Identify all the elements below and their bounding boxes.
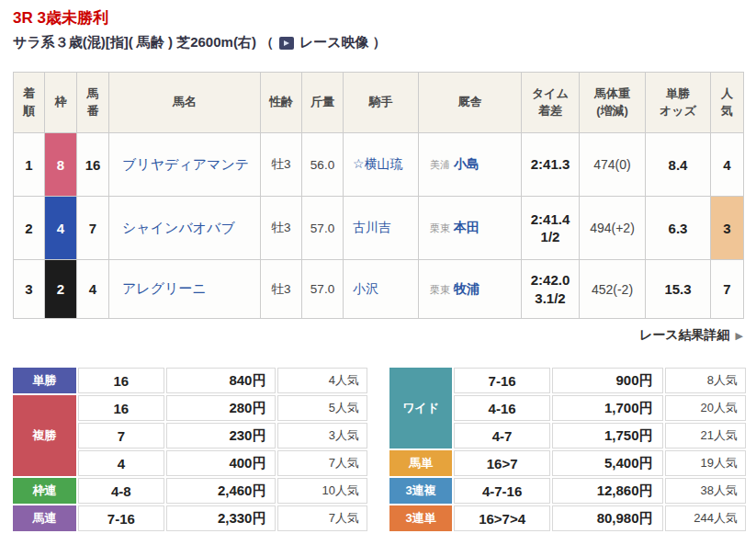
payout-combination: 4-7-16 (454, 478, 550, 504)
bet-type-bracket-quinella: 枠連 (13, 478, 76, 504)
payout-popularity: 38人気 (665, 478, 746, 504)
bet-type-trifecta: 3連単 (389, 505, 452, 531)
payout-row-exacta: 馬単 16>7 5,400円 19人気 (389, 450, 746, 476)
payout-combination: 4-16 (454, 395, 550, 421)
result-row-1: 1 8 16 ブリヤディアマンテ 牡3 56.0 ☆横山琉 美浦小島 2:41.… (14, 133, 744, 197)
race-title: 3R 3歳未勝利 (13, 7, 108, 28)
payout-popularity: 19人気 (665, 450, 746, 476)
col-finish-position: 着 順 (14, 73, 45, 133)
horse-weight: 494(+2) (580, 197, 646, 260)
weight-carried: 57.0 (302, 197, 344, 260)
horse-number: 4 (77, 260, 109, 319)
race-result-page: 3R 3歳未勝利 サラ系３歳(混)[指]( 馬齢 ) 芝2600m(右) （ レ… (0, 0, 756, 545)
payout-popularity: 4人気 (277, 368, 367, 393)
race-results-table: 着 順 枠 馬 番 馬名 性齢 斤量 騎手 厩舎 タイム 着差 馬体重 (増減)… (13, 72, 744, 319)
payout-amount: 80,980円 (552, 505, 663, 531)
payout-amount: 900円 (552, 368, 663, 393)
payout-combination: 4-8 (78, 478, 164, 504)
horse-weight: 452(-2) (580, 260, 646, 319)
payout-combination: 4 (78, 450, 164, 476)
payout-popularity: 3人気 (277, 423, 367, 448)
stable-cell: 栗東本田 (419, 197, 522, 260)
payout-combination: 4-7 (454, 423, 550, 448)
weight-carried: 57.0 (302, 260, 344, 319)
results-header-row: 着 順 枠 馬 番 馬名 性齢 斤量 騎手 厩舎 タイム 着差 馬体重 (増減)… (14, 73, 744, 133)
payout-amount: 230円 (166, 423, 276, 448)
payout-row-wide-1: ワイド 7-16 900円 8人気 (389, 368, 746, 393)
payout-amount: 1,700円 (552, 395, 663, 421)
col-sex-age: 性齢 (261, 73, 302, 133)
payout-popularity: 21人気 (665, 423, 746, 448)
trainer-link[interactable]: 牧浦 (454, 281, 480, 296)
payout-amount: 400円 (166, 450, 276, 476)
win-odds: 6.3 (646, 197, 711, 260)
payout-row-trifecta: 3連単 16>7>4 80,980円 244人気 (389, 505, 746, 531)
payout-combination: 16 (78, 395, 164, 421)
col-weight-carried: 斤量 (302, 73, 344, 133)
popularity: 7 (711, 260, 744, 319)
jockey-link[interactable]: 小沢 (353, 281, 378, 296)
payout-popularity: 7人気 (277, 505, 367, 531)
jockey-link[interactable]: 古川吉 (353, 220, 391, 234)
col-horse-name: 馬名 (109, 73, 261, 133)
trainer-cell: 小島 (454, 156, 480, 171)
race-result-details-link[interactable]: レース結果詳細▶ (639, 327, 743, 344)
payout-combination: 7-16 (78, 505, 164, 531)
time-margin: 2:42.0 3.1/2 (522, 260, 580, 319)
bet-type-quinella: 馬連 (13, 505, 76, 531)
bet-type-place: 複勝 (13, 395, 76, 476)
popularity: 4 (711, 133, 744, 197)
race-video-link[interactable]: レース映像 (299, 34, 369, 51)
trainer-link[interactable]: 本田 (454, 220, 480, 234)
bet-type-trio: 3連複 (389, 478, 452, 504)
payout-row-win: 単勝 16 840円 4人気 (13, 368, 367, 393)
paren-close: ） (373, 34, 387, 51)
payout-combination: 16>7 (454, 450, 550, 476)
trainer-cell: 牧浦 (454, 281, 480, 296)
col-stable: 厩舎 (419, 73, 522, 133)
stable-region: 美浦 (430, 159, 450, 170)
payout-amount: 280円 (166, 395, 276, 421)
trainer-link[interactable]: 小島 (454, 156, 480, 171)
payout-combination: 16 (78, 368, 164, 393)
jockey-cell: 古川吉 (344, 197, 419, 260)
col-horse-weight: 馬体重 (増減) (580, 73, 646, 133)
col-jockey: 騎手 (344, 73, 419, 133)
win-odds: 8.4 (646, 133, 711, 197)
frame-number-badge: 8 (45, 133, 77, 197)
payout-table-right: ワイド 7-16 900円 8人気 4-16 1,700円 20人気 4-7 1… (388, 366, 748, 533)
horse-name-link[interactable]: ブリヤディアマンテ (122, 156, 249, 172)
horse-weight: 474(0) (580, 133, 646, 197)
race-result-details-label: レース結果詳細 (639, 327, 730, 342)
weight-carried: 56.0 (302, 133, 344, 197)
result-row-3: 3 2 4 アレグリーニ 牡3 57.0 小沢 栗東牧浦 2:42.0 3.1/… (14, 260, 744, 319)
stable-cell: 栗東牧浦 (419, 260, 522, 319)
paren-open: （ (260, 34, 274, 51)
payout-row-quinella: 馬連 7-16 2,330円 7人気 (13, 505, 367, 531)
col-popularity: 人 気 (711, 73, 744, 133)
jockey-link[interactable]: ☆横山琉 (353, 156, 403, 171)
col-time-margin: タイム 着差 (522, 73, 580, 133)
payout-amount: 2,330円 (166, 505, 276, 531)
payout-popularity: 20人気 (665, 395, 746, 421)
payout-popularity: 8人気 (665, 368, 746, 393)
col-frame: 枠 (45, 73, 77, 133)
col-horse-number: 馬 番 (77, 73, 109, 133)
col-win-odds: 単勝 オッズ (646, 73, 711, 133)
payout-combination: 7-16 (454, 368, 550, 393)
race-conditions: サラ系３歳(混)[指]( 馬齢 ) 芝2600m(右) （ レース映像 ） (13, 34, 387, 51)
chevron-right-icon: ▶ (736, 330, 743, 341)
payout-table-left: 単勝 16 840円 4人気 複勝 16 280円 5人気 7 230円 3人気… (11, 366, 369, 533)
horse-name-cell: ブリヤディアマンテ (109, 133, 261, 197)
sex-age: 牡3 (261, 133, 302, 197)
bet-type-wide: ワイド (389, 368, 452, 448)
payout-popularity: 244人気 (665, 505, 746, 531)
horse-name-link[interactable]: アレグリーニ (122, 280, 207, 296)
payout-amount: 2,460円 (166, 478, 276, 504)
payout-combination: 16>7>4 (454, 505, 550, 531)
horse-number: 7 (77, 197, 109, 260)
finish-position: 3 (14, 260, 45, 319)
frame-number-badge: 2 (45, 260, 77, 319)
horse-name-link[interactable]: シャインバオバブ (122, 220, 235, 235)
frame-number-badge: 4 (45, 197, 77, 260)
